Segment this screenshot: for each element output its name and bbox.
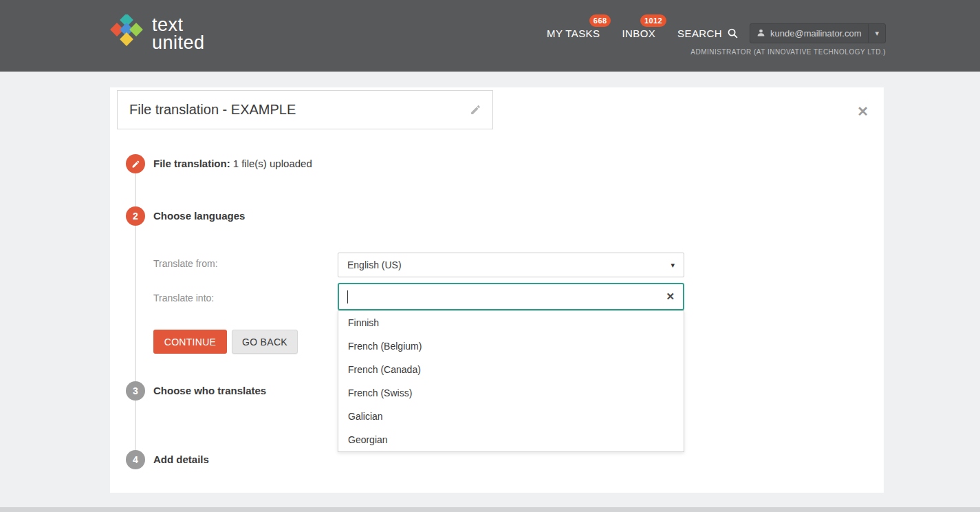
textunited-logo[interactable]: text united xyxy=(110,14,205,53)
continue-button[interactable]: CONTINUE xyxy=(153,330,227,354)
language-option-finnish[interactable]: Finnish xyxy=(338,311,684,334)
language-options-panel: Finnish French (Belgium) French (Canada)… xyxy=(338,310,684,452)
account-email: kunde@mailinator.com xyxy=(770,28,861,39)
user-icon xyxy=(756,28,765,40)
search-icon xyxy=(727,28,739,39)
step-1-subtitle: 1 file(s) uploaded xyxy=(233,158,312,169)
project-wizard-card: File translation - EXAMPLE ✕ File transl… xyxy=(110,87,884,493)
step-4-indicator: 4 xyxy=(126,450,145,469)
my-tasks-label: MY TASKS xyxy=(547,28,600,39)
nav-my-tasks[interactable]: MY TASKS 668 xyxy=(547,24,600,43)
edit-title-icon[interactable] xyxy=(470,104,481,116)
language-option-french-swiss[interactable]: French (Swiss) xyxy=(338,381,684,405)
project-title: File translation - EXAMPLE xyxy=(129,102,296,118)
logo-diamonds-icon xyxy=(110,14,143,53)
step-1-title: File translation:1 file(s) uploaded xyxy=(153,158,312,169)
chevron-down-icon: ▾ xyxy=(671,261,675,270)
project-title-box: File translation - EXAMPLE xyxy=(117,90,493,129)
text-cursor xyxy=(347,290,348,303)
step-2-title: Choose languages xyxy=(153,211,245,222)
step-4-title: Add details xyxy=(153,454,209,465)
top-header: text united MY TASKS 668 INBOX 1012 SEAR… xyxy=(0,0,980,72)
search-label: SEARCH xyxy=(677,28,722,39)
translate-from-select[interactable]: English (US) ▾ xyxy=(338,253,684,277)
inbox-badge: 1012 xyxy=(640,14,666,27)
language-option-french-canada[interactable]: French (Canada) xyxy=(338,358,684,381)
page: text united MY TASKS 668 INBOX 1012 SEAR… xyxy=(0,0,980,512)
translate-into-input[interactable]: ✕ xyxy=(338,283,684,310)
step-1-indicator xyxy=(126,154,145,173)
main-nav: MY TASKS 668 INBOX 1012 SEARCH xyxy=(525,23,886,43)
inbox-label: INBOX xyxy=(622,28,655,39)
clear-input-icon[interactable]: ✕ xyxy=(666,290,675,303)
step-3-title: Choose who translates xyxy=(153,385,266,396)
my-tasks-badge: 668 xyxy=(589,14,611,27)
step-2-indicator: 2 xyxy=(126,206,145,226)
translate-into-label: Translate into: xyxy=(153,292,214,303)
translate-from-value: English (US) xyxy=(347,259,402,270)
close-wizard-icon[interactable]: ✕ xyxy=(857,105,869,118)
chevron-down-icon[interactable]: ▾ xyxy=(868,24,885,43)
go-back-button[interactable]: GO BACK xyxy=(232,330,298,354)
account-role-text: ADMINISTRATOR (AT INNOVATIVE TECHNOLOGY … xyxy=(690,48,886,56)
language-option-french-belgium[interactable]: French (Belgium) xyxy=(338,334,684,358)
step-3-indicator: 3 xyxy=(126,381,145,401)
translate-from-label: Translate from: xyxy=(153,258,218,269)
logo-text: text united xyxy=(152,16,205,52)
nav-inbox[interactable]: INBOX 1012 xyxy=(622,24,655,43)
language-option-georgian[interactable]: Georgian xyxy=(338,428,684,451)
pencil-icon xyxy=(131,160,140,169)
language-option-galician[interactable]: Galician xyxy=(338,405,684,428)
nav-search[interactable]: SEARCH xyxy=(677,24,739,43)
account-dropdown[interactable]: kunde@mailinator.com ▾ xyxy=(750,23,886,43)
bottom-edge-strip xyxy=(0,507,980,512)
